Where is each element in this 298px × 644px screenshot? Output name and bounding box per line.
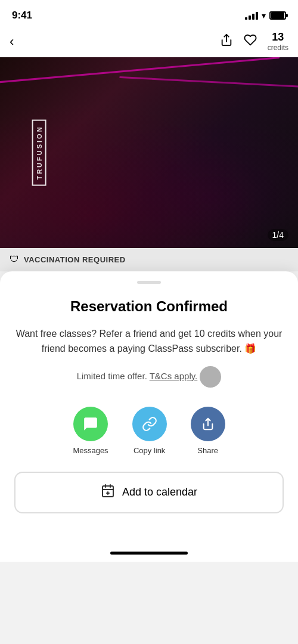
- signal-bars-icon: [245, 11, 258, 20]
- nav-actions: 13 credits: [220, 32, 288, 52]
- home-indicator: [0, 547, 298, 562]
- copy-link-item[interactable]: Copy link: [132, 407, 167, 455]
- share-row: Messages Copy link Share: [14, 407, 284, 455]
- sheet-limited-offer: Limited time offer. T&Cs apply.: [14, 366, 284, 388]
- vaccination-banner: 🛡 VACCINATION REQUIRED: [0, 248, 298, 271]
- share-icon: [191, 407, 225, 441]
- calendar-icon: [101, 484, 115, 501]
- image-counter: 1/4: [268, 229, 288, 241]
- calendar-button-label: Add to calendar: [122, 486, 197, 499]
- sheet-body: Want free classes? Refer a friend and ge…: [14, 327, 284, 357]
- status-icons: ▾: [245, 11, 286, 20]
- vaccination-icon: 🛡: [10, 254, 19, 265]
- share-nav-button[interactable]: [220, 33, 233, 50]
- add-to-calendar-button[interactable]: Add to calendar: [14, 472, 284, 513]
- messages-icon: [73, 407, 108, 441]
- profile-avatar: [200, 366, 221, 388]
- nav-bar: ‹ 13 credits: [0, 26, 298, 57]
- credits-count: 13: [272, 32, 284, 44]
- status-time: 9:41: [12, 10, 32, 21]
- copy-link-icon: [132, 407, 167, 441]
- credits-button[interactable]: 13 credits: [268, 32, 288, 52]
- share-label: Share: [197, 446, 218, 455]
- sheet-handle: [137, 281, 161, 284]
- copy-link-label: Copy link: [134, 446, 165, 455]
- terms-link[interactable]: T&Cs apply.: [150, 371, 198, 381]
- limited-text: Limited time offer.: [77, 371, 150, 381]
- credits-label: credits: [268, 44, 288, 52]
- brand-label: TRUFUSION: [32, 119, 46, 185]
- messages-label: Messages: [73, 446, 108, 455]
- bottom-sheet: Reservation Confirmed Want free classes?…: [0, 271, 298, 547]
- battery-icon: [269, 11, 286, 20]
- hero-image: TRUFUSION 1/4: [0, 57, 298, 248]
- favorite-button[interactable]: [244, 33, 257, 50]
- status-bar: 9:41 ▾: [0, 0, 298, 26]
- sheet-title: Reservation Confirmed: [14, 298, 284, 315]
- back-button[interactable]: ‹: [10, 32, 18, 52]
- share-item[interactable]: Share: [191, 407, 225, 455]
- messages-share-item[interactable]: Messages: [73, 407, 108, 455]
- wifi-icon: ▾: [262, 11, 266, 20]
- home-bar: [110, 552, 188, 555]
- vaccination-text: VACCINATION REQUIRED: [24, 255, 126, 264]
